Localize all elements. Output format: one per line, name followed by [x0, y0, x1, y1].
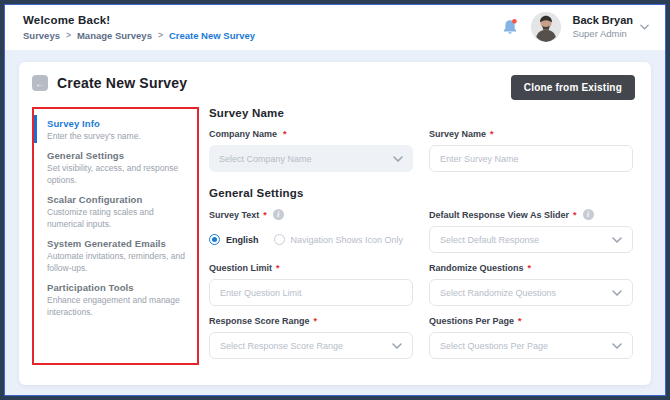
section-title-general-settings: General Settings: [209, 187, 633, 199]
company-name-select[interactable]: Select Company Name: [209, 145, 413, 172]
sidebar-item-title: Survey Info: [47, 118, 187, 129]
user-menu[interactable]: Back Bryan Super Admin: [572, 14, 649, 40]
form-row-3: Question Limit * Randomize Questions *: [209, 253, 633, 306]
field-question-limit: Question Limit *: [209, 253, 413, 306]
breadcrumb-create-new-survey: Create New Survey: [169, 30, 255, 41]
form-row-1: Company Name * Select Company Name: [209, 119, 633, 172]
info-icon[interactable]: i: [583, 209, 594, 220]
radio-dot-icon: [274, 234, 285, 245]
sidebar-item-title: General Settings: [47, 150, 187, 161]
radio-navigation-shows-icon-only[interactable]: Navigation Shows Icon Only: [274, 234, 404, 245]
field-survey-name: Survey Name *: [429, 119, 633, 172]
info-icon[interactable]: i: [273, 209, 284, 220]
required-asterisk: *: [490, 129, 494, 139]
label-text: Company Name: [209, 129, 277, 139]
required-asterisk: *: [283, 129, 287, 139]
section-title-survey-name: Survey Name: [209, 107, 633, 119]
app-window: Welcome Back! Surveys > Manage Surveys >…: [4, 4, 666, 396]
select-placeholder: Select Questions Per Page: [440, 341, 548, 351]
label-text: Survey Text: [209, 210, 259, 220]
field-default-response: Default Response View As Slider * i Sele…: [429, 199, 633, 253]
label-text: Randomize Questions: [429, 263, 524, 273]
breadcrumb-manage-surveys[interactable]: Manage Surveys: [77, 30, 152, 41]
required-asterisk: *: [518, 316, 522, 326]
radio-english[interactable]: English: [209, 234, 259, 245]
back-arrow-icon: ←: [35, 78, 45, 89]
field-label: Company Name *: [209, 129, 413, 139]
form-row-2: Survey Text * i English: [209, 199, 633, 253]
field-questions-per-page: Questions Per Page * Select Questions Pe…: [429, 306, 633, 359]
label-text: Default Response View As Slider: [429, 210, 569, 220]
card-header: ← Create New Survey Clone from Existing: [32, 75, 635, 100]
panel-title: Create New Survey: [57, 75, 187, 91]
sidebar-item-desc: Set visibility, access, and response opt…: [47, 163, 187, 186]
field-label: Question Limit *: [209, 263, 413, 273]
required-asterisk: *: [314, 316, 318, 326]
chevron-down-icon: [640, 24, 649, 30]
form-row-4: Response Score Range * Select Response S…: [209, 306, 633, 359]
field-label: Randomize Questions *: [429, 263, 633, 273]
clone-from-existing-button[interactable]: Clone from Existing: [511, 75, 635, 100]
sidebar-item-desc: Automate invitations, reminders, and fol…: [47, 251, 187, 274]
required-asterisk: *: [276, 263, 280, 273]
topbar: Welcome Back! Surveys > Manage Surveys >…: [5, 5, 665, 50]
window-frame: Welcome Back! Surveys > Manage Surveys >…: [0, 0, 670, 400]
randomize-questions-select[interactable]: Select Randomize Questions: [429, 279, 633, 306]
select-placeholder: Select Company Name: [219, 154, 312, 164]
survey-name-input[interactable]: [429, 145, 633, 172]
radio-label: English: [226, 235, 259, 245]
content-area: ← Create New Survey Clone from Existing …: [5, 50, 665, 395]
field-company-name: Company Name * Select Company Name: [209, 119, 413, 172]
required-asterisk: *: [528, 263, 532, 273]
breadcrumb: Surveys > Manage Surveys > Create New Su…: [23, 30, 255, 41]
sidebar-item-title: Participation Tools: [47, 282, 187, 293]
sidebar-item-participation-tools[interactable]: Participation Tools Enhance engagement a…: [34, 282, 187, 318]
card-body: Survey Info Enter the survey's name. Gen…: [32, 107, 635, 385]
breadcrumb-surveys[interactable]: Surveys: [23, 30, 60, 41]
radio-dot-icon: [209, 234, 220, 245]
chevron-down-icon: [612, 343, 622, 349]
field-randomize-questions: Randomize Questions * Select Randomize Q…: [429, 253, 633, 306]
field-label: Questions Per Page *: [429, 316, 633, 326]
topbar-right: Back Bryan Super Admin: [500, 12, 649, 42]
label-text: Questions Per Page: [429, 316, 514, 326]
label-text: Question Limit: [209, 263, 272, 273]
questions-per-page-select[interactable]: Select Questions Per Page: [429, 332, 633, 359]
user-name: Back Bryan: [572, 14, 633, 28]
radio-label: Navigation Shows Icon Only: [291, 235, 404, 245]
required-asterisk: *: [263, 210, 267, 220]
field-label: Default Response View As Slider * i: [429, 209, 633, 220]
notification-bell-icon[interactable]: [500, 17, 520, 37]
sidebar-item-system-generated-emails[interactable]: System Generated Emails Automate invitat…: [34, 238, 187, 274]
sidebar-highlight-box: Survey Info Enter the survey's name. Gen…: [32, 107, 199, 365]
label-text: Survey Name: [429, 129, 486, 139]
chevron-down-icon: [393, 156, 403, 162]
user-avatar[interactable]: [531, 12, 561, 42]
label-text: Response Score Range: [209, 316, 310, 326]
breadcrumb-separator: >: [66, 30, 71, 40]
sidebar-item-title: Scalar Configuration: [47, 194, 187, 205]
field-response-score-range: Response Score Range * Select Response S…: [209, 306, 413, 359]
select-placeholder: Select Randomize Questions: [440, 288, 556, 298]
user-meta: Back Bryan Super Admin: [572, 14, 633, 40]
survey-form: Survey Name Company Name * Select Compan…: [209, 107, 635, 385]
topbar-left: Welcome Back! Surveys > Manage Surveys >…: [23, 14, 255, 41]
chevron-down-icon: [612, 237, 622, 243]
breadcrumb-separator: >: [158, 30, 163, 40]
create-survey-card: ← Create New Survey Clone from Existing …: [19, 62, 651, 385]
default-response-select[interactable]: Select Default Response: [429, 226, 633, 253]
sidebar-item-title: System Generated Emails: [47, 238, 187, 249]
page-title: Welcome Back!: [23, 14, 255, 26]
sidebar-item-survey-info[interactable]: Survey Info Enter the survey's name.: [34, 118, 187, 142]
chevron-down-icon: [612, 290, 622, 296]
card-header-left: ← Create New Survey: [32, 75, 187, 91]
sidebar-item-scalar-configuration[interactable]: Scalar Configuration Customize rating sc…: [34, 194, 187, 230]
sidebar-item-desc: Enhance engagement and manage interactio…: [47, 295, 187, 318]
select-placeholder: Select Response Score Range: [220, 341, 343, 351]
sidebar-item-general-settings[interactable]: General Settings Set visibility, access,…: [34, 150, 187, 186]
back-button[interactable]: ←: [32, 75, 48, 91]
user-role: Super Admin: [572, 28, 633, 40]
question-limit-input[interactable]: [209, 279, 413, 306]
response-score-range-select[interactable]: Select Response Score Range: [209, 332, 413, 359]
field-survey-text: Survey Text * i English: [209, 199, 413, 253]
